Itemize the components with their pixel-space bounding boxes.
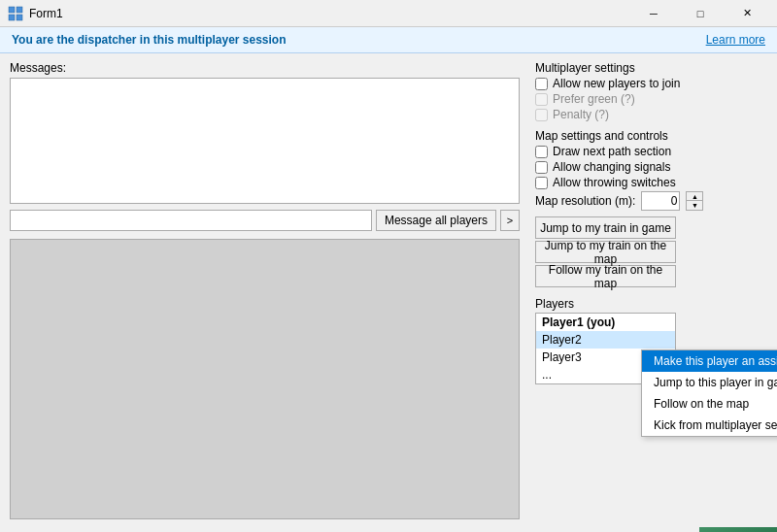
allow-changing-signals-label: Allow changing signals bbox=[553, 160, 670, 174]
player-item-2[interactable]: Player2 bbox=[536, 331, 675, 349]
map-resolution-spinner: ▲ ▼ bbox=[686, 191, 703, 211]
maximize-button[interactable]: □ bbox=[678, 0, 723, 27]
window-title: Form1 bbox=[29, 7, 631, 20]
draw-next-path-row: Draw next path section bbox=[535, 145, 769, 158]
svg-rect-0 bbox=[9, 7, 15, 13]
allow-changing-signals-row: Allow changing signals bbox=[535, 160, 769, 174]
prefer-green-row: Prefer green (?) bbox=[535, 92, 769, 106]
action-buttons: Jump to my train in game Jump to my trai… bbox=[535, 216, 769, 289]
prefer-green-checkbox bbox=[535, 93, 548, 106]
allow-changing-signals-checkbox[interactable] bbox=[535, 161, 548, 174]
messages-label: Messages: bbox=[10, 61, 520, 75]
allow-throwing-switches-checkbox[interactable] bbox=[535, 177, 548, 189]
learn-more-link[interactable]: Learn more bbox=[706, 33, 765, 47]
allow-new-players-checkbox[interactable] bbox=[535, 78, 548, 90]
map-settings-title: Map settings and controls bbox=[535, 129, 769, 143]
title-bar: Form1 ─ □ ✕ bbox=[0, 0, 777, 27]
allow-throwing-switches-row: Allow throwing switches bbox=[535, 176, 769, 189]
penalty-checkbox bbox=[535, 109, 548, 121]
context-menu-item-follow[interactable]: Follow on the map bbox=[642, 393, 777, 415]
spinner-up-button[interactable]: ▲ bbox=[687, 192, 702, 201]
map-display-area bbox=[10, 239, 520, 519]
info-bar: You are the dispatcher in this multiplay… bbox=[0, 27, 777, 53]
penalty-row: Penalty (?) bbox=[535, 108, 769, 121]
svg-rect-3 bbox=[17, 15, 22, 20]
penalty-label: Penalty (?) bbox=[553, 108, 609, 121]
window-controls: ─ □ ✕ bbox=[631, 0, 769, 27]
map-resolution-row: Map resolution (m): ▲ ▼ bbox=[535, 191, 769, 211]
app-icon bbox=[8, 6, 23, 21]
map-settings-section: Map settings and controls Draw next path… bbox=[535, 129, 769, 211]
multiplayer-settings-section: Multiplayer settings Allow new players t… bbox=[535, 61, 769, 123]
allow-new-players-label: Allow new players to join bbox=[553, 77, 680, 90]
context-menu-item-kick[interactable]: Kick from multiplayer session bbox=[642, 415, 777, 436]
multiplayer-settings-title: Multiplayer settings bbox=[535, 61, 769, 75]
svg-rect-2 bbox=[9, 15, 15, 20]
svg-rect-1 bbox=[17, 7, 22, 13]
player-item-1[interactable]: Player1 (you) bbox=[536, 314, 675, 331]
message-all-players-button[interactable]: Message all players bbox=[376, 210, 496, 231]
map-resolution-label: Map resolution (m): bbox=[535, 194, 635, 208]
right-panel: Multiplayer settings Allow new players t… bbox=[529, 53, 777, 527]
jump-to-train-in-game-button[interactable]: Jump to my train in game bbox=[535, 216, 676, 239]
spinner-down-button[interactable]: ▼ bbox=[687, 201, 702, 210]
context-menu: Make this player an assistant Jump to th… bbox=[641, 349, 777, 437]
main-content: Messages: Message all players > Multipla… bbox=[0, 53, 777, 527]
close-button[interactable]: ✕ bbox=[725, 0, 769, 27]
allow-throwing-switches-label: Allow throwing switches bbox=[553, 176, 676, 189]
message-arrow-button[interactable]: > bbox=[500, 210, 520, 231]
map-resolution-input[interactable] bbox=[641, 191, 680, 211]
players-title: Players bbox=[535, 297, 769, 311]
dispatcher-info-text: You are the dispatcher in this multiplay… bbox=[12, 33, 287, 47]
messages-textarea[interactable] bbox=[10, 78, 520, 204]
message-input[interactable] bbox=[10, 210, 372, 231]
follow-train-on-map-button[interactable]: Follow my train on the map bbox=[535, 265, 676, 287]
left-panel: Messages: Message all players > bbox=[0, 53, 529, 527]
draw-next-path-label: Draw next path section bbox=[553, 145, 671, 158]
allow-new-players-row: Allow new players to join bbox=[535, 77, 769, 90]
jump-to-train-on-map-button[interactable]: Jump to my train on the map bbox=[535, 241, 676, 263]
draw-next-path-checkbox[interactable] bbox=[535, 146, 548, 158]
context-menu-item-jump[interactable]: Jump to this player in game bbox=[642, 372, 777, 393]
prefer-green-label: Prefer green (?) bbox=[553, 92, 635, 106]
context-menu-item-assistant[interactable]: Make this player an assistant bbox=[642, 350, 777, 372]
minimize-button[interactable]: ─ bbox=[631, 0, 676, 27]
message-input-row: Message all players > bbox=[10, 210, 520, 231]
